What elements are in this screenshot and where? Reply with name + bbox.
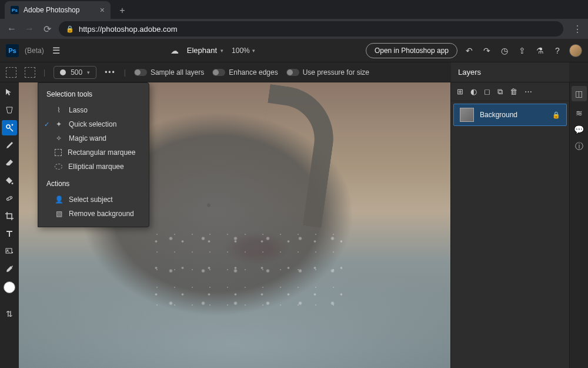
right-rail: ◫ ≋ 💬 ⓘ <box>569 82 588 368</box>
move-tool[interactable] <box>2 85 17 100</box>
svg-point-3 <box>11 198 11 198</box>
forward-button[interactable]: → <box>24 24 35 34</box>
subtract-selection-icon[interactable] <box>25 67 35 78</box>
timer-icon[interactable]: ◷ <box>499 46 510 55</box>
cloud-icon: ☁ <box>171 46 179 55</box>
user-avatar[interactable] <box>569 44 582 57</box>
brush-preview-icon <box>60 69 66 75</box>
add-image-tool[interactable] <box>2 244 17 259</box>
flyout-item-lasso[interactable]: ⌇ Lasso <box>38 103 149 117</box>
brush-tool[interactable] <box>2 138 17 153</box>
chevron-down-icon: ▾ <box>220 48 223 54</box>
lasso-icon: ⌇ <box>55 106 63 114</box>
selection-tool[interactable] <box>2 120 17 135</box>
close-tab-icon[interactable]: × <box>100 5 105 15</box>
rectangular-marquee-icon <box>55 149 62 156</box>
browser-tab-strip: Ps Adobe Photoshop × + <box>0 0 588 19</box>
redo-icon[interactable]: ↷ <box>481 46 493 55</box>
swap-colors-icon[interactable]: ⇅ <box>2 306 17 321</box>
flyout-action-remove-background[interactable]: ▧ Remove background <box>38 207 149 221</box>
add-selection-icon[interactable] <box>6 67 16 78</box>
comments-tab-icon[interactable]: 💬 <box>574 125 584 134</box>
quick-selection-icon: ✦ <box>55 120 63 128</box>
workspace: ⇅ Selection tools ⌇ Lasso ✦ Quick select… <box>0 82 588 368</box>
layer-thumbnail <box>460 108 474 122</box>
group-icon[interactable]: ⧉ <box>497 87 503 97</box>
panel-title: Layers <box>458 68 481 77</box>
lock-icon: 🔒 <box>66 25 74 33</box>
browser-menu-button[interactable]: ⋮ <box>573 24 582 35</box>
url-text: https://photoshop.adobe.com <box>79 25 178 34</box>
svg-rect-1 <box>6 196 13 201</box>
flyout-section-header: Selection tools <box>38 89 149 103</box>
brush-size-value: 500 <box>71 68 82 77</box>
more-options-icon[interactable]: ••• <box>105 68 116 77</box>
flyout-item-quick-selection[interactable]: ✦ Quick selection <box>38 117 149 131</box>
info-tab-icon[interactable]: ⓘ <box>575 141 583 152</box>
canvas[interactable]: Selection tools ⌇ Lasso ✦ Quick selectio… <box>19 82 450 368</box>
transform-tool[interactable] <box>2 102 17 118</box>
selection-tools-flyout: Selection tools ⌇ Lasso ✦ Quick selectio… <box>38 82 149 227</box>
chevron-down-icon: ▾ <box>87 69 90 75</box>
browser-tab[interactable]: Ps Adobe Photoshop × <box>5 1 111 19</box>
layers-panel: Layers ⊞ ◐ ◻ ⧉ 🗑 ⋯ Background 🔒 <box>450 82 569 368</box>
app-header: Ps (Beta) ☰ ☁ Elephant ▾ 100% ▾ Open in … <box>0 39 588 62</box>
adjustments-tab-icon[interactable]: ≋ <box>576 108 583 118</box>
undo-icon[interactable]: ↶ <box>463 46 475 55</box>
enhance-edges-toggle[interactable]: Enhance edges <box>212 68 278 77</box>
header-center: ☁ Elephant ▾ 100% ▾ <box>66 46 360 55</box>
tab-title: Adobe Photoshop <box>24 6 95 14</box>
share-icon[interactable]: ⇪ <box>516 46 528 55</box>
elliptical-marquee-icon <box>55 164 62 170</box>
reload-button[interactable]: ⟳ <box>41 24 53 35</box>
svg-point-2 <box>8 199 9 200</box>
adjustment-layer-icon[interactable]: ◐ <box>470 87 477 96</box>
layer-row[interactable]: Background 🔒 <box>453 104 567 126</box>
beaker-icon[interactable]: ⚗ <box>534 46 546 55</box>
open-in-app-button[interactable]: Open in Photoshop app <box>366 43 457 58</box>
back-button[interactable]: ← <box>6 24 18 34</box>
foreground-color-swatch[interactable] <box>4 281 15 293</box>
lock-icon[interactable]: 🔒 <box>552 111 560 119</box>
select-subject-icon: 👤 <box>55 195 63 204</box>
flyout-section-header: Actions <box>38 178 149 193</box>
text-tool[interactable] <box>2 226 17 241</box>
chevron-down-icon: ▾ <box>252 48 255 54</box>
favicon-icon: Ps <box>11 6 19 14</box>
eraser-tool[interactable] <box>2 155 17 171</box>
panel-header: Layers <box>451 62 569 82</box>
eyedropper-tool[interactable] <box>2 261 17 277</box>
brush-size-control[interactable]: 500 ▾ <box>54 66 96 79</box>
delete-layer-icon[interactable]: 🗑 <box>510 87 517 96</box>
svg-point-0 <box>6 125 10 128</box>
more-layers-icon[interactable]: ⋯ <box>524 87 532 96</box>
add-layer-icon[interactable]: ⊞ <box>457 87 463 96</box>
flyout-item-elliptical-marquee[interactable]: Elliptical marquee <box>38 160 149 174</box>
heal-tool[interactable] <box>2 191 17 206</box>
fill-tool[interactable] <box>2 173 17 188</box>
flyout-item-magic-wand[interactable]: ✧ Magic wand <box>38 131 149 145</box>
beta-label: (Beta) <box>25 47 44 55</box>
crop-tool[interactable] <box>2 208 17 224</box>
layers-toolbar: ⊞ ◐ ◻ ⧉ 🗑 ⋯ <box>451 82 569 101</box>
zoom-control[interactable]: 100% ▾ <box>232 47 255 55</box>
sample-all-layers-toggle[interactable]: Sample all layers <box>134 68 204 77</box>
flyout-action-select-subject[interactable]: 👤 Select subject <box>38 193 149 207</box>
mask-icon[interactable]: ◻ <box>484 87 490 96</box>
layer-name: Background <box>480 111 546 119</box>
photoshop-logo-icon[interactable]: Ps <box>6 44 19 57</box>
new-tab-button[interactable]: + <box>114 2 131 19</box>
remove-background-icon: ▧ <box>55 210 63 218</box>
document-name[interactable]: Elephant ▾ <box>187 46 223 55</box>
pressure-size-toggle[interactable]: Use pressure for size <box>286 68 369 77</box>
magic-wand-icon: ✧ <box>55 134 63 142</box>
layers-tab-icon[interactable]: ◫ <box>572 86 587 101</box>
address-bar[interactable]: 🔒 https://photoshop.adobe.com <box>59 21 563 37</box>
hamburger-menu-icon[interactable]: ☰ <box>52 45 60 56</box>
left-toolbar: ⇅ <box>0 82 19 368</box>
browser-toolbar: ← → ⟳ 🔒 https://photoshop.adobe.com ⋮ <box>0 19 588 39</box>
help-icon[interactable]: ? <box>552 46 563 55</box>
flyout-item-rectangular-marquee[interactable]: Rectangular marquee <box>38 145 149 160</box>
svg-rect-4 <box>6 248 12 253</box>
